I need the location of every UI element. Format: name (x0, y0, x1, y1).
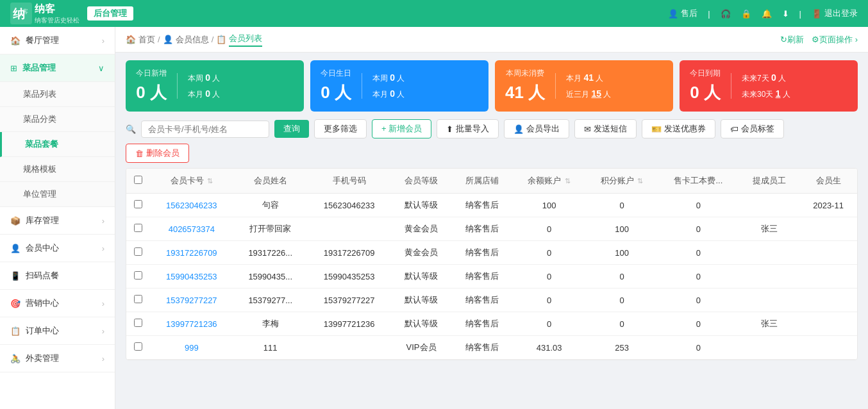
breadcrumb-item-member-info[interactable]: 会员信息 (176, 34, 209, 46)
page-operation-button[interactable]: ⚙页面操作 › (812, 34, 858, 46)
row-2-card-cost: 0 (658, 241, 739, 265)
member-icon: 👤 (10, 244, 21, 253)
member-tag-button[interactable]: 🏷会员标签 (721, 119, 784, 138)
table-row[interactable]: 4026573374打开带回家黄金会员纳客售后01000张三 (126, 217, 857, 241)
row-0-checkbox[interactable] (134, 200, 142, 208)
send-coupon-button[interactable]: 🎫发送优惠券 (642, 119, 715, 138)
row-3-join-date (799, 265, 857, 288)
row-1-referrer: 张三 (739, 217, 799, 241)
member-export-button[interactable]: 👤会员导出 (504, 119, 569, 138)
logo-icon: 纳 客 (10, 3, 32, 24)
sidebar-item-restaurant[interactable]: 🏠 餐厅管理 › (0, 27, 115, 54)
breadcrumb-item-home[interactable]: 首页 (138, 34, 155, 46)
th-points[interactable]: 积分账户 ⇅ (585, 169, 658, 194)
sidebar-item-order[interactable]: 📋 订单中心 › (0, 317, 115, 345)
sidebar-sub-item-menu-combo[interactable]: 菜品套餐 (0, 132, 115, 157)
search-input[interactable] (141, 121, 269, 138)
row-5-card-no[interactable]: 13997721236 (150, 312, 233, 336)
search-icon: 🔍 (126, 124, 136, 134)
nav-logout[interactable]: 🚪 退出登录 (812, 8, 858, 19)
table-row[interactable]: 999111VIP会员纳客售后431.032530 (126, 336, 857, 360)
th-balance[interactable]: 余额账户 ⇅ (513, 169, 586, 194)
breadcrumb-item-member-list[interactable]: 会员列表 (229, 33, 262, 47)
send-sms-button[interactable]: ✉发送短信 (574, 119, 637, 138)
row-0-name: 句容 (233, 194, 308, 217)
nav-download[interactable]: ⬇ (782, 9, 789, 19)
stat-card-expire: 今日到期 0 人 未来7天 0 人 未来30天 1 人 (680, 60, 858, 112)
sidebar-label-member: 会员中心 (26, 242, 59, 254)
chevron-right-icon5: › (102, 326, 104, 336)
stat-week-birthday: 本周 0 人 (372, 70, 405, 86)
page-body: 今日新增 0 人 本周 0 人 本月 0 人 今日生日 0 人 (115, 53, 868, 409)
chevron-right-icon3: › (102, 244, 104, 253)
row-5-phone: 13997721236 (308, 312, 391, 336)
coupon-icon: 🎫 (651, 124, 662, 134)
table-row[interactable]: 1599043525315990435...15990435253默认等级纳客售… (126, 265, 857, 288)
sidebar-sub-item-unit-management[interactable]: 单位管理 (0, 182, 115, 207)
row-2-referrer (739, 241, 799, 265)
row-2-checkbox[interactable] (134, 247, 142, 256)
row-0-card-no[interactable]: 15623046233 (150, 194, 233, 217)
stat-week-new: 本周 0 人 (188, 70, 220, 86)
row-1-name: 打开带回家 (233, 217, 308, 241)
query-button[interactable]: 查询 (274, 120, 309, 138)
th-card-no[interactable]: 会员卡号 ⇅ (150, 169, 233, 194)
row-2-name: 19317226... (233, 241, 308, 265)
more-filter-button[interactable]: 更多筛选 (314, 119, 367, 138)
th-card-cost: 售卡工本费... (658, 169, 739, 194)
row-0-card-cost: 0 (658, 194, 739, 217)
stat-right-birthday: 本周 0 人 本月 0 人 (372, 70, 405, 102)
sms-icon: ✉ (584, 124, 591, 134)
stat-left-expire: 今日到期 0 人 (690, 68, 721, 104)
stat-card-birthday: 今日生日 0 人 本周 0 人 本月 0 人 (310, 60, 488, 112)
row-4-checkbox[interactable] (134, 295, 142, 303)
delete-toolbar: 🗑删除会员 (126, 144, 858, 163)
chevron-right-icon6: › (102, 354, 104, 363)
breadcrumb-bar: 🏠 首页 / 👤 会员信息 / 📋 会员列表 ↻刷新 ⚙页面操作 › (115, 27, 868, 53)
sidebar-item-inventory[interactable]: 📦 库存管理 › (0, 207, 115, 235)
table-row[interactable]: 15623046233句容15623046233默认等级纳客售后10000202… (126, 194, 857, 217)
sidebar-sub-item-menu-list[interactable]: 菜品列表 (0, 82, 115, 107)
row-3-checkbox[interactable] (134, 271, 142, 280)
sidebar-sub-item-menu-category[interactable]: 菜品分类 (0, 107, 115, 132)
select-all-checkbox[interactable] (134, 176, 142, 184)
stat-month-no-consume: 本月 41 人 (566, 70, 611, 86)
add-member-button[interactable]: + 新增会员 (372, 119, 431, 138)
row-1-card-no[interactable]: 4026573374 (150, 217, 233, 241)
person-icon: 👤 (668, 9, 678, 19)
row-6-card-no[interactable]: 999 (150, 336, 233, 360)
logo-sub-text: 纳客管店史轻松 (35, 16, 79, 25)
nav-headset[interactable]: 🎧 (721, 9, 731, 19)
member-info-icon: 👤 (163, 35, 173, 44)
sidebar-item-scan-inner: 📱 扫码点餐 (10, 270, 59, 281)
row-2-phone: 19317226709 (308, 241, 391, 265)
sidebar-item-scan[interactable]: 📱 扫码点餐 (0, 262, 115, 290)
member-export-icon: 👤 (513, 124, 524, 134)
sidebar-item-member[interactable]: 👤 会员中心 › (0, 235, 115, 262)
row-6-checkbox[interactable] (134, 342, 142, 351)
delete-member-button[interactable]: 🗑删除会员 (126, 144, 189, 163)
row-4-card-no[interactable]: 15379277227 (150, 288, 233, 312)
nav-lock[interactable]: 🔒 (741, 9, 751, 19)
row-0-balance: 100 (513, 194, 586, 217)
sidebar-item-menu[interactable]: ⊞ 菜品管理 ∨ (0, 54, 115, 82)
takeout-icon: 🚴 (10, 354, 21, 363)
nav-aftersale[interactable]: 👤 售后 (668, 8, 697, 19)
refresh-button[interactable]: ↻刷新 (780, 34, 804, 46)
row-0-store: 纳客售后 (452, 194, 513, 217)
stats-row: 今日新增 0 人 本周 0 人 本月 0 人 今日生日 0 人 (126, 60, 858, 112)
table-row[interactable]: 1931722670919317226...19317226709黄金会员纳客售… (126, 241, 857, 265)
row-1-store: 纳客售后 (452, 217, 513, 241)
nav-bell[interactable]: 🔔 (762, 9, 772, 19)
row-1-checkbox[interactable] (134, 224, 142, 232)
sidebar-item-takeout[interactable]: 🚴 外卖管理 › (0, 345, 115, 372)
batch-import-button[interactable]: ⬆批量导入 (437, 119, 499, 138)
sidebar-sub-item-spec-template[interactable]: 规格模板 (0, 157, 115, 182)
row-3-card-no[interactable]: 15990435253 (150, 265, 233, 288)
row-2-card-no[interactable]: 19317226709 (150, 241, 233, 265)
table-row[interactable]: 1537927722715379277...15379277227默认等级纳客售… (126, 288, 857, 312)
stat-label-today-new: 今日新增 (136, 68, 167, 79)
sidebar-item-marketing[interactable]: 🎯 营销中心 › (0, 290, 115, 317)
row-5-checkbox[interactable] (134, 319, 142, 327)
table-row[interactable]: 13997721236李梅13997721236默认等级纳客售后000张三 (126, 312, 857, 336)
